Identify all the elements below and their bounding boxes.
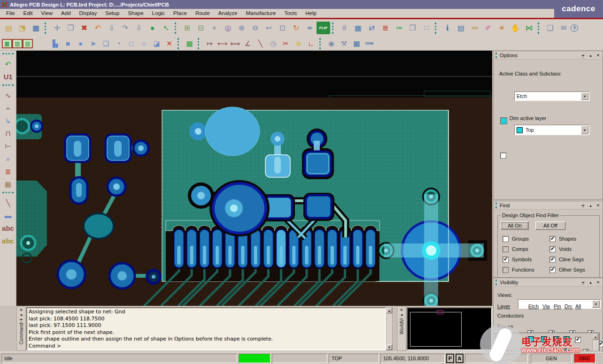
polygon-tool-icon[interactable]: ▙ [49, 38, 62, 49]
menu-edit[interactable]: Edit [19, 9, 37, 17]
application-mode-button[interactable]: A [456, 354, 464, 363]
visibility-panel-header[interactable]: Visibility ┯ ▴ ✕ [494, 278, 603, 287]
layer-color-swatch[interactable] [564, 336, 570, 342]
chevron-down-icon[interactable]: ▼ [581, 92, 588, 100]
cross-section-icon[interactable]: ≣ [379, 22, 392, 34]
visibility-checkbox[interactable] [583, 349, 589, 351]
grids-icon[interactable]: # [338, 22, 351, 34]
close-icon[interactable]: ✕ [400, 308, 403, 312]
add-text-icon[interactable]: abc [1, 222, 15, 234]
via-column-header[interactable]: Via [542, 303, 550, 309]
pin-icon[interactable]: ➴ [159, 22, 173, 34]
fix-tool-icon[interactable]: ⚒ [338, 38, 350, 49]
menu-file[interactable]: File [2, 9, 19, 17]
all-off-button[interactable]: All Off [535, 221, 565, 230]
shape-select-icon[interactable]: ▧ [23, 39, 33, 48]
scroll-down-icon[interactable]: ▼ [387, 344, 392, 350]
redo-icon[interactable]: ↷ [118, 22, 132, 34]
layer-color-swatch[interactable] [541, 336, 547, 342]
line-tool-icon[interactable]: ╲ [1, 197, 15, 209]
pin-align-icon[interactable]: ↦ [203, 38, 216, 49]
corner-icon[interactable]: ∟ [305, 38, 317, 49]
import-icon[interactable]: ⇩ [105, 22, 118, 34]
vertex-icon[interactable]: ⊢ [1, 140, 15, 152]
shape-add-rect-icon[interactable]: ▩ [2, 39, 12, 48]
delete-icon[interactable]: ✖ [77, 22, 91, 34]
layer-color-swatch[interactable] [528, 349, 534, 351]
title-bar[interactable]: Allegro PCB Design L: PCB.brd Project: D… [0, 0, 603, 9]
menu-help[interactable]: Help [301, 9, 321, 17]
dim-active-layer-checkbox[interactable] [500, 152, 506, 159]
pcb-canvas[interactable] [16, 51, 492, 306]
export-icon[interactable]: ⇩ [132, 22, 146, 34]
timer-icon[interactable]: ◷ [267, 38, 279, 49]
menu-analyze[interactable]: Analyze [214, 9, 242, 17]
zoom-out-icon[interactable]: ⊖ [248, 22, 262, 34]
zoom-center-icon[interactable]: ◎ [221, 22, 235, 34]
panel-grip[interactable] [495, 53, 498, 58]
collapse-icon[interactable]: ▴ [588, 202, 594, 208]
subclass-dropdown[interactable]: Top ▼ [514, 125, 589, 135]
menu-display[interactable]: Display [75, 9, 101, 17]
menu-view[interactable]: View [37, 9, 57, 17]
menu-place[interactable]: Place [169, 9, 191, 17]
filled-rect-icon[interactable]: ▬ [1, 210, 15, 221]
checkbox[interactable] [549, 257, 556, 263]
measure-icon[interactable]: 123 [468, 22, 481, 34]
route-icon[interactable]: ↳ [1, 115, 15, 127]
scroll-up-icon[interactable]: ▲ [593, 334, 598, 340]
swap-layers-icon[interactable]: ⇄ [365, 22, 379, 34]
dimension-icon[interactable]: ⟺ [229, 38, 241, 49]
collapse-left-icon[interactable]: ◂ [20, 312, 23, 317]
rectangle-tool-icon[interactable]: ■ [62, 38, 74, 49]
circle-tool-icon[interactable]: ● [74, 38, 87, 49]
panel-grip[interactable] [495, 280, 498, 285]
mail-icon[interactable]: ✉ [557, 22, 571, 34]
checkbox[interactable] [549, 267, 556, 273]
waive-drc-icon[interactable]: ✋ [509, 22, 522, 34]
move-icon[interactable]: ✛ [50, 22, 64, 34]
checkbox[interactable] [502, 267, 509, 273]
distance-measure-icon[interactable]: ⟷ [216, 38, 229, 49]
close-icon[interactable]: ✕ [595, 279, 601, 285]
slope-icon[interactable]: ╲ [254, 38, 267, 49]
zoom-selection-icon[interactable]: ⊡ [276, 22, 289, 34]
info-icon[interactable]: ℹ [441, 22, 454, 34]
custom-smooth-icon[interactable]: ⊓ [1, 128, 15, 139]
angle-icon[interactable]: ∠ [241, 38, 254, 49]
shove-icon[interactable]: ● [146, 22, 159, 34]
menu-logic[interactable]: Logic [148, 9, 170, 17]
fanout-icon[interactable]: ≣ [1, 166, 15, 177]
circle-void-icon[interactable]: ○ [138, 38, 150, 49]
menu-manufacture[interactable]: Manufacture [241, 9, 280, 17]
reports-icon[interactable]: ❑ [543, 22, 557, 34]
shape-check-icon[interactable]: ▦ [183, 38, 196, 49]
pin-icon[interactable]: ┯ [20, 317, 22, 322]
cut-icon[interactable]: ✂ [279, 38, 292, 49]
delete-island-icon[interactable]: ◔ [112, 38, 125, 49]
help-icon[interactable]: ? [571, 24, 578, 32]
select-arrow-icon[interactable]: ➤ [87, 38, 100, 49]
panel-grid-icon[interactable]: ▦ [350, 38, 363, 49]
menu-shape[interactable]: Shape [124, 9, 147, 17]
zoom-previous-icon[interactable]: ↩ [262, 22, 276, 34]
pin-icon[interactable]: ┯ [580, 202, 586, 208]
add-connect-icon[interactable]: ∿ [1, 90, 15, 101]
new-file-icon[interactable]: ▤ [2, 22, 15, 34]
all-column-header[interactable]: All [575, 303, 581, 309]
options-panel-header[interactable]: Options ┯ ▴ ✕ [494, 51, 603, 60]
layer-color-swatch[interactable] [528, 336, 534, 342]
panel-grip[interactable] [495, 203, 498, 208]
unplace-icon[interactable]: ↶ [1, 58, 15, 70]
constraint-manager-icon[interactable]: CM [392, 22, 406, 34]
snapshot-icon[interactable]: ◉ [325, 38, 338, 49]
pick-button[interactable]: P [446, 354, 454, 363]
chevron-down-icon[interactable]: ▼ [592, 300, 600, 308]
checkbox[interactable] [549, 246, 556, 252]
menu-setup[interactable]: Setup [101, 9, 124, 17]
scroll-up-icon[interactable]: ▲ [387, 308, 392, 313]
visibility-checkbox[interactable] [575, 337, 581, 343]
pin-column-header[interactable]: Pin [554, 303, 561, 309]
zoom-points-icon[interactable]: ⌖ [208, 22, 221, 34]
pattern-icon[interactable]: ▦ [1, 178, 15, 190]
